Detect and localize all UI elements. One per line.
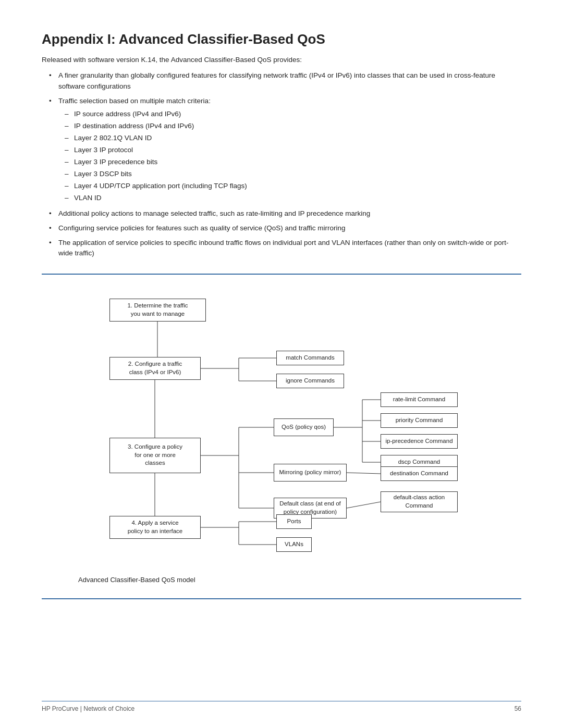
match-box: match Commands — [276, 351, 344, 365]
svg-line-18 — [347, 473, 381, 474]
sub-item-4: Layer 3 IP protocol — [64, 144, 521, 156]
bullet-1: A finer granularity than globally config… — [47, 70, 521, 92]
bullet-5: The application of service policies to s… — [47, 238, 521, 259]
footer-right: 56 — [515, 705, 521, 712]
sub-item-5: Layer 3 IP precedence bits — [64, 156, 521, 168]
sub-item-7: Layer 4 UDP/TCP application port (includ… — [64, 180, 521, 192]
step3-box: 3. Configure a policy for one or more cl… — [109, 438, 201, 473]
vlans-box: VLANs — [276, 537, 312, 552]
sub-item-6: Layer 3 DSCP bits — [64, 168, 521, 180]
sub-item-2: IP destination address (IPv4 and IPv6) — [64, 120, 521, 132]
bottom-divider — [42, 598, 521, 599]
defaultclassaction-box: default-class action Command — [381, 491, 458, 512]
sub-item-1: IP source address (IPv4 and IPv6) — [64, 108, 521, 120]
ports-box: Ports — [276, 514, 312, 529]
bullet-3: Additional policy actions to manage sele… — [47, 208, 521, 219]
page-title: Appendix I: Advanced Classifier-Based Qo… — [42, 31, 521, 47]
ignore-box: ignore Commands — [276, 374, 344, 388]
sub-item-8: VLAN ID — [64, 192, 521, 204]
step1-box: 1. Determine the traffic you want to man… — [109, 299, 206, 322]
top-divider — [42, 274, 521, 275]
diagram-caption: Advanced Classifier-Based QoS model — [78, 576, 485, 584]
sub-item-3: Layer 2 802.1Q VLAN ID — [64, 132, 521, 144]
footer-left: HP ProCurve | Network of Choice — [42, 705, 134, 712]
ratelimit-box: rate-limit Command — [381, 392, 458, 407]
qos-box: QoS (policy qos) — [274, 418, 334, 436]
bullet-4: Configuring service policies for feature… — [47, 223, 521, 233]
intro-text: Released with software version K.14, the… — [42, 55, 521, 65]
step2-box: 2. Configure a traffic class (IPv4 or IP… — [109, 357, 201, 380]
svg-line-19 — [347, 502, 381, 508]
priority-box: priority Command — [381, 413, 458, 428]
bullet-2: Traffic selection based on multiple matc… — [47, 96, 521, 204]
diagram-container: 1. Determine the traffic you want to man… — [42, 289, 521, 584]
step4-box: 4. Apply a service policy to an interfac… — [109, 516, 201, 539]
page-footer: HP ProCurve | Network of Choice 56 — [42, 701, 521, 712]
diagram: 1. Determine the traffic you want to man… — [83, 289, 480, 571]
ipprecedence-box: ip-precedence Command — [381, 434, 458, 449]
mirroring-box: Mirroring (policy mirror) — [274, 464, 347, 482]
destination-box: destination Command — [381, 466, 458, 481]
sub-list: IP source address (IPv4 and IPv6) IP des… — [58, 108, 521, 204]
main-bullet-list: A finer granularity than globally config… — [42, 70, 521, 258]
